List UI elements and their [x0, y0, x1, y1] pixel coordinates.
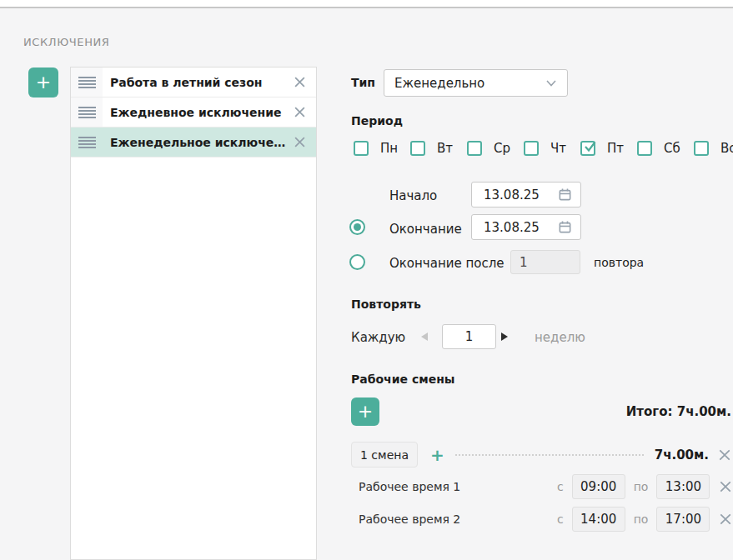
drag-handle[interactable] — [71, 128, 103, 157]
weekday-label: Вт — [437, 141, 453, 156]
weekday-checkbox-wed[interactable]: Ср — [467, 141, 510, 156]
list-item[interactable]: Работа в летний сезон — [71, 68, 316, 98]
repeat-label: Повторять — [351, 298, 421, 311]
weekday-checkbox-mon[interactable]: Пн — [354, 141, 398, 156]
weekday-label: Вс — [720, 141, 733, 156]
delete-work-time-button[interactable] — [719, 480, 732, 493]
start-date-input[interactable]: 13.08.25 — [471, 182, 581, 208]
end-date-value: 13.08.25 — [484, 220, 558, 235]
repeat-interval-value: 1 — [465, 329, 474, 344]
end-after-count-value: 1 — [520, 255, 528, 270]
repeat-unit-label: неделю — [535, 330, 585, 345]
drag-handle-icon — [78, 107, 96, 118]
weekday-checkbox-thu[interactable]: Чт — [524, 141, 566, 156]
end-after-suffix: повтора — [594, 256, 644, 269]
close-icon — [719, 480, 732, 493]
delete-exception-button[interactable] — [294, 76, 306, 88]
from-label: с — [557, 512, 564, 526]
delete-exception-button[interactable] — [294, 106, 306, 118]
radio-dot — [354, 223, 361, 231]
list-item-label: Работа в летний сезон — [110, 76, 294, 89]
list-item[interactable]: Ежедневное исключение — [71, 98, 316, 128]
add-time-interval-button[interactable]: + — [430, 447, 444, 463]
page-title: ИСКЛЮЧЕНИЯ — [23, 36, 110, 48]
work-time-row: Рабочее время 1 с 09:00 по 13:00 — [359, 474, 731, 499]
to-label: по — [634, 480, 649, 493]
type-select[interactable]: Еженедельно — [384, 69, 568, 97]
weekday-label: Ср — [494, 141, 510, 156]
work-time-label: Рабочее время 2 — [359, 512, 557, 526]
weekday-checkbox-fri[interactable]: Пт — [580, 141, 624, 156]
drag-handle[interactable] — [71, 68, 103, 97]
check-icon — [583, 140, 597, 153]
chevron-down-icon — [545, 78, 557, 88]
checkbox[interactable] — [524, 141, 539, 156]
list-item-selected[interactable]: Еженедельное исключе… — [71, 128, 316, 158]
start-date-label: Начало — [389, 188, 437, 203]
close-icon — [294, 136, 306, 148]
close-icon — [294, 76, 306, 88]
time-to-value: 13:00 — [665, 479, 701, 494]
from-label: с — [557, 480, 564, 493]
checkbox-checked[interactable] — [580, 141, 595, 156]
time-from-value: 09:00 — [580, 479, 616, 494]
checkbox[interactable] — [467, 141, 482, 156]
top-divider — [0, 0, 733, 8]
type-label: Тип — [351, 76, 375, 89]
time-from-input[interactable]: 14:00 — [572, 507, 625, 532]
close-icon — [718, 448, 731, 462]
delete-shift-group-button[interactable] — [718, 448, 731, 462]
close-icon — [719, 512, 732, 526]
time-from-input[interactable]: 09:00 — [572, 474, 625, 499]
exceptions-list: Работа в летний сезон Ежедневное исключе… — [70, 67, 317, 560]
add-exception-button[interactable]: + — [28, 68, 58, 98]
weekday-label: Чт — [550, 141, 566, 156]
type-select-value: Еженедельно — [394, 76, 545, 91]
weekday-checkbox-sat[interactable]: Сб — [637, 141, 680, 156]
calendar-icon[interactable] — [558, 220, 572, 234]
list-item-label: Еженедельное исключе… — [110, 136, 294, 149]
delete-exception-button[interactable] — [294, 136, 306, 148]
end-date-input[interactable]: 13.08.25 — [471, 214, 581, 240]
repeat-interval-input[interactable]: 1 — [442, 324, 496, 349]
weekday-checkbox-sun[interactable]: Вс — [694, 141, 733, 156]
checkbox[interactable] — [637, 141, 652, 156]
list-item-label: Ежедневное исключение — [110, 106, 294, 119]
period-label: Период — [351, 114, 403, 128]
end-after-radio[interactable] — [349, 254, 365, 270]
shifts-label: Рабочие смены — [351, 372, 454, 386]
exceptions-screen: ИСКЛЮЧЕНИЯ + Работа в летний сезон Ежедн… — [0, 0, 733, 560]
end-date-radio[interactable] — [349, 219, 365, 235]
shifts-total: Итого: 7ч.00м. — [542, 404, 731, 419]
end-date-label: Окончание — [389, 222, 462, 237]
end-after-label: Окончание после — [389, 256, 505, 271]
add-shift-button[interactable]: + — [351, 398, 379, 426]
weekday-label: Пт — [607, 141, 624, 156]
time-from-value: 14:00 — [580, 512, 616, 527]
calendar-icon[interactable] — [558, 188, 572, 202]
shift-group-row: 1 смена + 7ч.00м. — [351, 442, 731, 468]
weekday-label: Пн — [380, 141, 398, 156]
checkbox[interactable] — [410, 141, 425, 156]
work-time-label: Рабочее время 1 — [359, 480, 557, 493]
drag-handle-icon — [78, 77, 96, 88]
time-to-input[interactable]: 13:00 — [656, 474, 710, 499]
end-after-count-input[interactable]: 1 — [510, 250, 580, 274]
time-to-value: 17:00 — [665, 512, 701, 527]
weekday-checkbox-tue[interactable]: Вт — [410, 141, 453, 156]
to-label: по — [634, 512, 649, 526]
checkbox[interactable] — [354, 141, 369, 156]
delete-work-time-button[interactable] — [719, 512, 732, 526]
time-to-input[interactable]: 17:00 — [656, 507, 710, 532]
close-icon — [294, 106, 306, 118]
shift-group-button[interactable]: 1 смена — [351, 442, 418, 468]
shift-group-duration: 7ч.00м. — [655, 448, 709, 462]
stepper-decrease-button[interactable] — [421, 332, 428, 341]
work-time-row: Рабочее время 2 с 14:00 по 17:00 — [359, 507, 731, 532]
start-date-value: 13.08.25 — [484, 188, 558, 202]
weekday-label: Сб — [664, 141, 680, 156]
drag-handle[interactable] — [71, 98, 103, 127]
repeat-every-label: Каждую — [351, 330, 405, 345]
checkbox[interactable] — [694, 141, 709, 156]
stepper-increase-button[interactable] — [501, 332, 508, 341]
